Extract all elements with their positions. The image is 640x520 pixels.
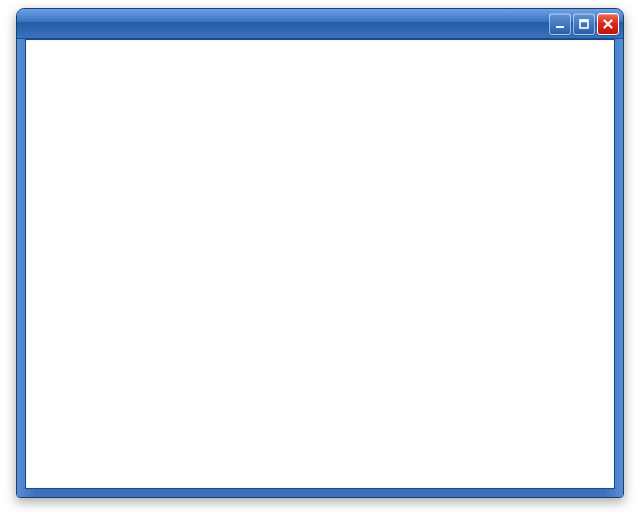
maximize-icon xyxy=(578,18,590,30)
window-controls xyxy=(549,13,619,35)
close-button[interactable] xyxy=(597,13,619,35)
svg-rect-2 xyxy=(580,20,588,22)
close-icon xyxy=(602,18,614,30)
minimize-button[interactable] xyxy=(549,13,571,35)
titlebar[interactable] xyxy=(17,9,623,39)
content-area xyxy=(25,39,615,489)
application-window xyxy=(16,8,624,498)
maximize-button[interactable] xyxy=(573,13,595,35)
minimize-icon xyxy=(554,18,566,30)
window-frame-body xyxy=(17,39,623,497)
svg-rect-0 xyxy=(556,26,564,28)
